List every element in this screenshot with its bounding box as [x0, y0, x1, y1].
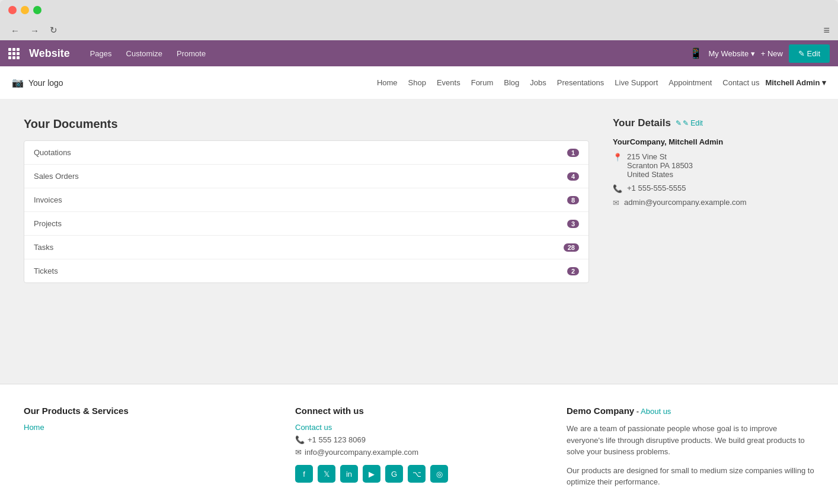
footer-connect-title: Connect with us	[295, 406, 543, 416]
location-icon: 📍	[613, 153, 622, 162]
documents-title: Your Documents	[24, 117, 589, 131]
email-icon-footer: ✉	[295, 448, 302, 457]
social-icons: f 𝕏 in ▶ G ⌥ ◎	[295, 465, 543, 483]
camera-icon: 📷	[12, 77, 24, 88]
footer-email: ✉ info@yourcompany.example.com	[295, 448, 543, 457]
separator: -	[637, 407, 641, 416]
grid-menu-button[interactable]	[8, 48, 20, 59]
admin-logo: Website	[29, 47, 70, 60]
user-menu[interactable]: Mitchell Admin ▾	[765, 78, 826, 87]
documents-list: Quotations 1 Sales Orders 4 Invoices 8 P…	[24, 140, 589, 283]
doc-badge-tasks: 28	[564, 243, 579, 252]
minimize-button[interactable]	[21, 6, 29, 14]
doc-row-sales-orders[interactable]: Sales Orders 4	[24, 165, 588, 188]
demo-company-title: Demo Company	[567, 406, 634, 416]
nav-forum[interactable]: Forum	[466, 76, 498, 89]
about-text-1: We are a team of passionate people whose…	[567, 423, 814, 458]
doc-badge-projects: 3	[567, 220, 579, 228]
doc-badge-invoices: 8	[567, 196, 579, 204]
address-line1: 215 Vine St	[627, 152, 693, 161]
email-text: admin@yourcompany.example.com	[624, 198, 747, 207]
linkedin-icon[interactable]: in	[340, 465, 358, 483]
nav-live-support[interactable]: Live Support	[610, 76, 663, 89]
address-line2: Scranton PA 18503	[627, 161, 693, 170]
footer-products: Our Products & Services Home	[24, 406, 271, 488]
nav-presentations[interactable]: Presentations	[552, 76, 609, 89]
doc-label-sales-orders: Sales Orders	[34, 172, 79, 181]
address-text: 215 Vine St Scranton PA 18503 United Sta…	[627, 152, 693, 179]
about-text-2: Our products are designed for small to m…	[567, 465, 814, 488]
forward-button[interactable]: →	[28, 24, 41, 37]
maximize-button[interactable]	[33, 6, 41, 14]
phone-text: +1 555-555-5555	[627, 184, 686, 192]
browser-menu-button[interactable]: ≡	[823, 24, 830, 37]
youtube-icon[interactable]: ▶	[363, 465, 380, 483]
footer-connect: Connect with us Contact us 📞 +1 555 123 …	[295, 406, 543, 488]
details-title: Your Details	[613, 117, 671, 129]
details-edit-link[interactable]: ✎ ✎ Edit	[676, 119, 703, 127]
footer-home-link[interactable]: Home	[24, 423, 271, 432]
footer-phone-text: +1 555 123 8069	[308, 435, 366, 444]
doc-badge-tickets: 2	[567, 267, 579, 275]
documents-section: Your Documents Quotations 1 Sales Orders…	[24, 117, 589, 366]
address-row: 📍 215 Vine St Scranton PA 18503 United S…	[613, 152, 814, 179]
nav-contact[interactable]: Contact us	[718, 76, 764, 89]
phone-icon-footer: 📞	[295, 435, 305, 444]
nav-appointment[interactable]: Appointment	[664, 76, 717, 89]
doc-row-tasks[interactable]: Tasks 28	[24, 236, 588, 259]
doc-label-tasks: Tasks	[34, 243, 53, 252]
doc-row-invoices[interactable]: Invoices 8	[24, 188, 588, 212]
close-button[interactable]	[8, 6, 17, 14]
pencil-icon: ✎	[676, 119, 682, 127]
facebook-icon[interactable]: f	[295, 465, 313, 483]
footer-products-title: Our Products & Services	[24, 406, 271, 416]
nav-home[interactable]: Home	[372, 76, 402, 89]
my-website-button[interactable]: My Website ▾	[708, 49, 754, 58]
browser-toolbar: ← → ↻ ≡	[8, 20, 830, 40]
phone-row: 📞 +1 555-555-5555	[613, 184, 814, 193]
admin-bar: Website Pages Customize Promote 📱 My Web…	[0, 40, 838, 66]
grid-icon	[8, 48, 20, 59]
website-nav: 📷 Your logo Home Shop Events Forum Blog …	[0, 66, 838, 99]
phone-icon: 📞	[613, 184, 622, 193]
nav-blog[interactable]: Blog	[499, 76, 524, 89]
main-content: Your Documents Quotations 1 Sales Orders…	[0, 99, 838, 384]
doc-badge-quotations: 1	[567, 149, 579, 157]
mobile-icon: 📱	[689, 47, 702, 60]
nav-jobs[interactable]: Jobs	[525, 76, 551, 89]
back-button[interactable]: ←	[8, 24, 22, 37]
twitter-icon[interactable]: 𝕏	[318, 465, 335, 483]
email-row: ✉ admin@yourcompany.example.com	[613, 198, 814, 207]
email-icon: ✉	[613, 198, 619, 207]
new-button[interactable]: + New	[761, 49, 783, 58]
admin-bar-right: 📱 My Website ▾ + New ✎ Edit	[689, 44, 830, 63]
googleplus-icon[interactable]: G	[385, 465, 403, 483]
nav-events[interactable]: Events	[432, 76, 465, 89]
edit-button[interactable]: ✎ Edit	[789, 44, 830, 63]
admin-nav-pages[interactable]: Pages	[84, 47, 118, 60]
admin-nav-customize[interactable]: Customize	[120, 47, 168, 60]
about-us-link[interactable]: About us	[641, 407, 671, 416]
address-line3: United States	[627, 170, 693, 179]
footer-demo-company: Demo Company - About us We are a team of…	[567, 406, 814, 488]
instagram-icon[interactable]: ◎	[430, 465, 448, 483]
browser-chrome: ← → ↻ ≡	[0, 0, 838, 40]
doc-label-projects: Projects	[34, 219, 62, 228]
demo-company-header: Demo Company - About us	[567, 406, 814, 416]
admin-nav: Pages Customize Promote	[84, 47, 212, 60]
logo-text: Your logo	[28, 78, 63, 88]
doc-row-projects[interactable]: Projects 3	[24, 212, 588, 236]
doc-row-tickets[interactable]: Tickets 2	[24, 259, 588, 283]
doc-badge-sales-orders: 4	[567, 172, 579, 181]
github-icon[interactable]: ⌥	[408, 465, 426, 483]
admin-nav-promote[interactable]: Promote	[171, 47, 212, 60]
footer-phone: 📞 +1 555 123 8069	[295, 435, 543, 444]
browser-traffic-lights	[8, 6, 830, 20]
refresh-button[interactable]: ↻	[47, 24, 60, 37]
doc-row-quotations[interactable]: Quotations 1	[24, 141, 588, 165]
doc-label-invoices: Invoices	[34, 195, 62, 204]
footer-contact-link[interactable]: Contact us	[295, 423, 332, 432]
nav-shop[interactable]: Shop	[404, 76, 431, 89]
details-section: Your Details ✎ ✎ Edit YourCompany, Mitch…	[613, 117, 814, 366]
company-name: YourCompany, Mitchell Admin	[613, 137, 814, 146]
